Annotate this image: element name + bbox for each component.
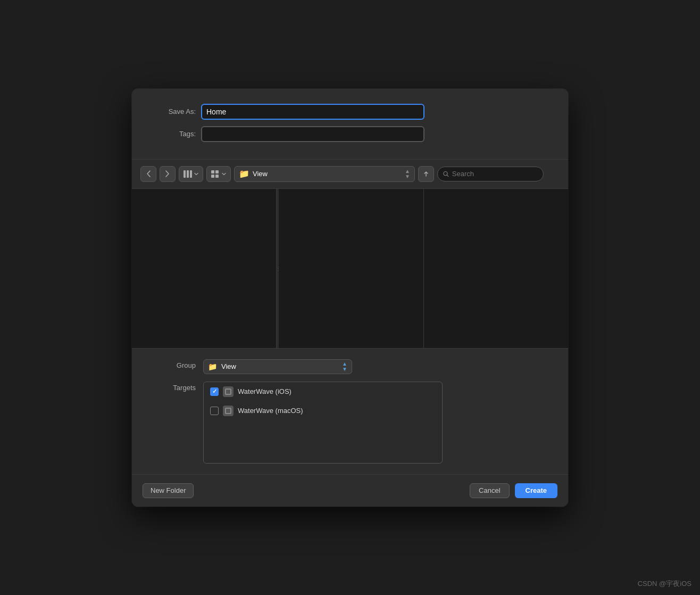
search-input[interactable] [452,170,538,178]
cancel-button[interactable]: Cancel [470,483,509,498]
target-item-macos[interactable]: WaterWave (macOS) [204,401,442,420]
footer-right: Cancel Create [470,483,557,498]
group-label: Group [153,359,196,369]
back-button[interactable] [140,166,156,182]
tags-input[interactable] [201,126,424,142]
target-name-ios: WaterWave (iOS) [238,387,291,395]
svg-rect-6 [215,175,219,178]
group-arrows: ▲ ▼ [342,361,347,372]
target-checkbox-ios[interactable] [210,387,219,396]
file-browser: ⋮ [132,189,568,349]
svg-rect-11 [226,409,230,413]
dialog-options: Group 📁 View ▲ ▼ Targets [132,349,568,474]
search-box [437,167,544,181]
dialog-form: Save As: Tags: [132,89,568,159]
group-dropdown[interactable]: 📁 View ▲ ▼ [203,359,352,374]
svg-rect-9 [226,390,230,394]
save-as-label: Save As: [153,108,196,115]
save-dialog: Save As: Tags: [132,89,568,507]
svg-rect-4 [215,170,219,173]
svg-rect-3 [211,170,214,173]
new-folder-button[interactable]: New Folder [143,483,194,498]
target-item-ios[interactable]: WaterWave (iOS) [204,382,442,401]
target-icon-macos [223,406,234,416]
watermark: CSDN @宇夜iOS [638,579,691,589]
group-folder-icon: 📁 [208,362,217,371]
target-icon-ios [223,386,234,397]
browser-panel-left[interactable] [132,189,277,348]
backdrop: Save As: Tags: [0,0,700,595]
targets-list: WaterWave (iOS) WaterWave (macOS) [203,382,443,464]
group-value: View [221,362,236,370]
location-arrows: ▲ ▼ [405,169,410,179]
search-icon [443,171,449,177]
targets-label: Targets [153,382,196,392]
tags-row: Tags: [153,126,547,142]
dialog-footer: New Folder Cancel Create [132,474,568,507]
save-as-row: Save As: [153,104,547,120]
group-row: Group 📁 View ▲ ▼ [153,359,547,374]
targets-empty [204,420,442,463]
create-button[interactable]: Create [515,483,557,498]
svg-point-7 [444,171,447,175]
svg-rect-5 [211,175,214,178]
target-name-macos: WaterWave (macOS) [238,407,303,415]
svg-rect-2 [190,170,192,178]
svg-rect-1 [187,170,189,178]
forward-button[interactable] [160,166,176,182]
browser-panel-right[interactable] [424,189,568,348]
tags-label: Tags: [153,130,196,138]
targets-row: Targets WaterWave (iOS) [153,382,547,464]
up-button[interactable] [418,166,434,182]
location-dropdown[interactable]: 📁 View ▲ ▼ [234,166,415,182]
svg-rect-0 [184,170,186,178]
folder-icon: 📁 [239,169,249,179]
toolbar: 📁 View ▲ ▼ [132,159,568,189]
target-checkbox-macos[interactable] [210,407,219,415]
column-view-button[interactable] [179,166,203,182]
location-label: View [253,170,268,178]
browser-panel-middle[interactable] [279,189,423,348]
grid-view-button[interactable] [206,166,231,182]
save-as-input[interactable] [201,104,424,120]
